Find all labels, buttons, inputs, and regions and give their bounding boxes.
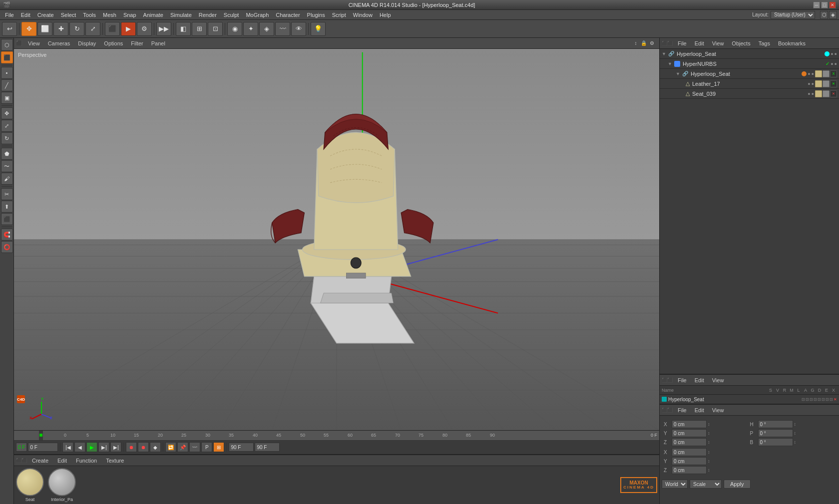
st-file-menu[interactable]: File <box>675 376 690 384</box>
transform-select[interactable]: Scale Position Rotation <box>690 480 722 489</box>
tool-poly-btn[interactable]: ⬟ <box>1 148 13 160</box>
play-next-btn[interactable]: ▶| <box>98 442 109 452</box>
xpresso-btn[interactable]: ✦ <box>243 22 258 36</box>
om-vis-3[interactable]: ● <box>808 71 810 76</box>
material-seat[interactable]: Seat <box>16 468 44 502</box>
menu-sculpt[interactable]: Sculpt <box>221 11 242 19</box>
om-row-seat039[interactable]: △ Seat_039 ● ● ✕ <box>660 89 839 99</box>
select-rect-button[interactable]: ⬜ <box>37 22 52 36</box>
coord-z-input[interactable] <box>672 438 707 446</box>
preview2-btn[interactable]: ⊞ <box>213 442 224 452</box>
tool-magnet-btn[interactable]: 🧲 <box>1 229 13 241</box>
st-edit-menu[interactable]: Edit <box>692 376 707 384</box>
layout-select[interactable]: Startup (User) <box>771 11 815 19</box>
mode-select[interactable]: World Local <box>662 480 688 489</box>
tool-spline-btn[interactable]: 〜 <box>1 160 13 172</box>
record-btn[interactable]: ⏺ <box>126 442 137 452</box>
menu-select[interactable]: Select <box>58 11 79 19</box>
tool-paint-btn[interactable]: 🖌 <box>1 173 13 185</box>
viewport[interactable]: ⬛ View Cameras Display Options Filter Pa… <box>14 38 659 504</box>
menu-render[interactable]: Render <box>196 11 220 19</box>
menu-window[interactable]: Window <box>350 11 376 19</box>
menu-snap[interactable]: Snap <box>120 11 139 19</box>
st-view-menu[interactable]: View <box>709 376 727 384</box>
menu-simulate[interactable]: Simulate <box>167 11 195 19</box>
om-edit-menu[interactable]: Edit <box>692 39 707 47</box>
menu-file[interactable]: File <box>2 11 17 19</box>
coord-h-input[interactable] <box>758 420 793 428</box>
maximize-button[interactable]: □ <box>821 1 828 8</box>
render-btn[interactable]: ⬛ <box>105 22 120 36</box>
frame-input[interactable] <box>28 443 58 452</box>
om-lock-2[interactable]: ● <box>835 61 837 66</box>
menu-script[interactable]: Script <box>329 11 349 19</box>
om-vis-4[interactable]: ● <box>808 81 810 86</box>
motion-btn[interactable]: 〰 <box>189 442 200 452</box>
tool-move-btn[interactable]: ✥ <box>1 107 13 119</box>
mat-texture-menu[interactable]: Texture <box>102 457 128 465</box>
vp-display-menu[interactable]: Display <box>76 40 98 46</box>
menu-tools[interactable]: Tools <box>80 11 99 19</box>
tool-extrude-btn[interactable]: ⬆ <box>1 201 13 213</box>
sculpt-btn[interactable]: 〰 <box>275 22 290 36</box>
end-frame2-input[interactable] <box>255 443 280 452</box>
om-vis-2[interactable]: ● <box>831 61 833 66</box>
attr-view-menu[interactable]: View <box>709 406 727 414</box>
tool-bevel-btn[interactable]: ⬛ <box>1 213 13 225</box>
menu-edit[interactable]: Edit <box>18 11 33 19</box>
om-vis-1[interactable]: ● <box>831 51 833 56</box>
tool-rotate-btn[interactable]: ↻ <box>1 132 13 144</box>
snap-btn[interactable]: 📌 <box>177 442 188 452</box>
vp-lock-icon[interactable]: 🔒 <box>640 40 647 47</box>
viewport-solo-btn[interactable]: ◧ <box>176 22 191 36</box>
menu-mesh[interactable]: Mesh <box>100 11 119 19</box>
om-lock-1[interactable]: ● <box>835 51 837 56</box>
viewport-canvas[interactable]: Perspective Y X Z C4 <box>14 49 659 430</box>
vp-expand-icon[interactable]: ↕ <box>632 40 639 47</box>
menu-animate[interactable]: Animate <box>140 11 166 19</box>
timeline-btn[interactable]: ◈ <box>259 22 274 36</box>
rotate-button[interactable]: ↻ <box>69 22 84 36</box>
menu-character[interactable]: Character <box>273 11 303 19</box>
menu-mograph[interactable]: MoGraph <box>243 11 272 19</box>
play-prev-btn[interactable]: ◀ <box>74 442 85 452</box>
om-vis-5[interactable]: ● <box>808 91 810 96</box>
minimize-button[interactable]: ─ <box>813 1 820 8</box>
om-lock-5[interactable]: ● <box>812 91 814 96</box>
mode-face-btn[interactable]: ▣ <box>1 92 13 104</box>
om-row-leather17[interactable]: △ Leather_17 ● ● ✕ <box>660 79 839 89</box>
mode-object-btn[interactable]: ⬡ <box>1 39 13 51</box>
om-tags-menu[interactable]: Tags <box>756 39 773 47</box>
vp-cameras-menu[interactable]: Cameras <box>46 40 72 46</box>
render-settings-btn[interactable]: ⚙ <box>137 22 152 36</box>
om-file-menu[interactable]: File <box>675 39 690 47</box>
om-row-hyperloop-seat-2[interactable]: ▼ 🔗 Hyperloop_Seat ● ● X <box>660 69 839 79</box>
viewport-layout-btn[interactable]: ⊞ <box>192 22 207 36</box>
layout-icon1[interactable]: ⬡ <box>820 11 828 19</box>
undo-button[interactable]: ↩ <box>2 22 17 36</box>
close-button[interactable]: ✕ <box>829 1 836 8</box>
layout-icon2[interactable]: ◈ <box>829 11 837 19</box>
anim-play-btn[interactable]: ▶▶ <box>156 22 171 36</box>
coord-x-input[interactable] <box>672 420 707 428</box>
end-frame-input[interactable] <box>229 443 254 452</box>
menu-help[interactable]: Help <box>377 11 394 19</box>
mat-edit-menu[interactable]: Edit <box>53 457 71 465</box>
light-btn[interactable]: 💡 <box>311 22 326 36</box>
om-view-menu[interactable]: View <box>709 39 727 47</box>
apply-button[interactable]: Apply <box>724 480 751 489</box>
om-lock-3[interactable]: ● <box>812 71 814 76</box>
loop-btn[interactable]: 🔁 <box>165 442 176 452</box>
vp-config-icon[interactable]: ⚙ <box>648 40 655 47</box>
render-view-btn[interactable]: ⊡ <box>208 22 223 36</box>
mat-function-menu[interactable]: Function <box>72 457 101 465</box>
om-objects-menu[interactable]: Objects <box>729 39 753 47</box>
tool-knife-btn[interactable]: ✂ <box>1 188 13 200</box>
record-mode-btn[interactable]: ⏺ <box>138 442 149 452</box>
scale-button[interactable]: ⤢ <box>85 22 100 36</box>
coord-z2-input[interactable] <box>672 466 707 474</box>
attr-edit-menu[interactable]: Edit <box>692 406 707 414</box>
coord-x2-input[interactable] <box>672 448 707 456</box>
vp-view-menu[interactable]: View <box>26 40 42 46</box>
tool-scale-btn[interactable]: ⤢ <box>1 120 13 132</box>
